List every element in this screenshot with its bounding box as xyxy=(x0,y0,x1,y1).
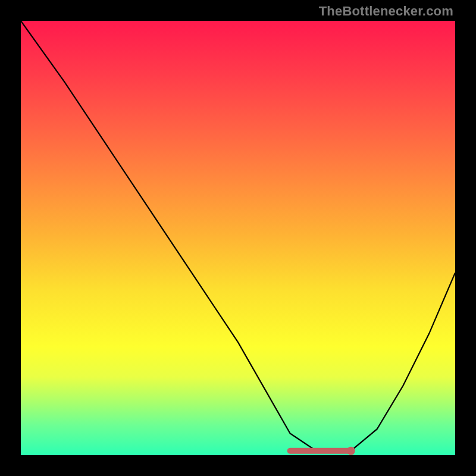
attribution-text: TheBottlenecker.com xyxy=(319,4,453,19)
chart-container: TheBottlenecker.com xyxy=(0,0,476,476)
plot-gradient-background xyxy=(21,21,455,455)
